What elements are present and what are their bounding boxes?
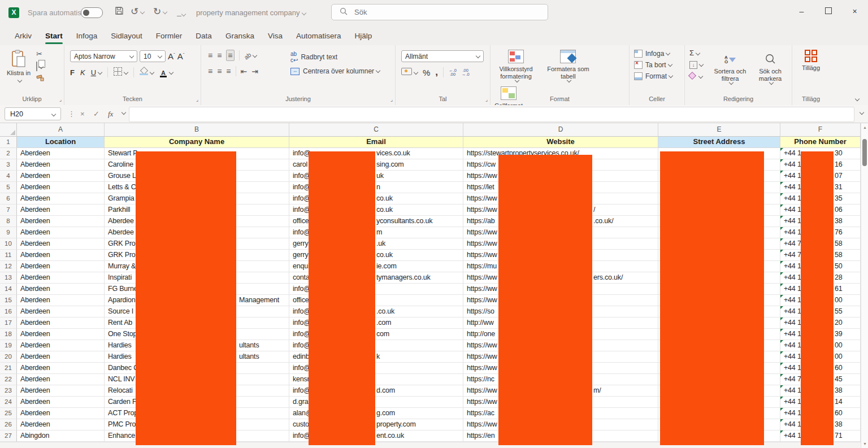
column-header-c[interactable]: C [289, 123, 463, 137]
clipboard-dialog-launcher[interactable]: ⌟ [59, 97, 62, 102]
row-number[interactable]: 8 [0, 216, 17, 227]
number-dialog-launcher[interactable]: ⌟ [485, 97, 488, 102]
row-number[interactable]: 11 [0, 250, 17, 261]
row-number[interactable]: 2 [0, 148, 17, 159]
cell-location[interactable]: Aberdeen [17, 340, 105, 351]
tab-visa[interactable]: Visa [261, 27, 289, 45]
column-header-e[interactable]: E [658, 123, 780, 137]
cell-location[interactable]: Aberdeen [17, 227, 105, 238]
align-top-icon[interactable]: ≡ [208, 50, 212, 60]
header-cell-street[interactable]: Street Address [658, 137, 780, 148]
cell-location[interactable]: Aberdeen [17, 216, 105, 227]
find-select-button[interactable]: Sök och markera [752, 49, 789, 84]
row-number[interactable]: 9 [0, 227, 17, 238]
format-painter-icon[interactable] [36, 75, 44, 84]
row-number[interactable]: 7 [0, 205, 17, 216]
row-number[interactable]: 21 [0, 363, 17, 374]
column-header-d[interactable]: D [463, 123, 658, 137]
row-number[interactable]: 20 [0, 351, 17, 363]
excel-logo-icon[interactable]: X [8, 7, 19, 18]
align-left-icon[interactable]: ≡ [208, 66, 212, 76]
increase-indent-icon[interactable]: ⇥ [251, 66, 258, 76]
row-number[interactable]: 4 [0, 171, 17, 182]
cell-location[interactable]: Aberdeen [17, 408, 105, 419]
column-header-f[interactable]: F [780, 123, 861, 137]
row-number[interactable]: 12 [0, 261, 17, 272]
font-size-select[interactable]: 10 [140, 50, 166, 62]
fill-button[interactable]: ↓ [689, 60, 703, 69]
autosave-toggle[interactable] [81, 7, 103, 18]
cell-location[interactable]: Aberdeen [17, 317, 105, 329]
borders-button[interactable] [114, 67, 128, 78]
format-as-table-button[interactable]: Formatera som tabell [544, 45, 592, 82]
select-all-corner[interactable] [0, 123, 17, 137]
alignment-dialog-launcher[interactable]: ⌟ [390, 97, 393, 102]
close-button[interactable]: × [841, 0, 868, 23]
cell-location[interactable]: Aberdeen [17, 363, 105, 374]
conditional-formatting-button[interactable]: Villkorsstyrd formatering [491, 45, 541, 82]
tab-formler[interactable]: Formler [149, 27, 189, 45]
document-title[interactable]: property management company [196, 8, 306, 17]
underline-button[interactable]: U [91, 67, 102, 77]
maximize-button[interactable] [815, 0, 841, 23]
clear-button[interactable] [689, 72, 703, 80]
align-bottom-icon[interactable]: ≡ [226, 50, 234, 61]
vertical-scrollbar[interactable]: ▲ ▼ [861, 123, 868, 448]
column-header-b[interactable]: B [105, 123, 289, 137]
collapse-ribbon-icon[interactable] [855, 97, 860, 101]
wrap-text-button[interactable]: abc↩ Radbryt text [290, 51, 337, 63]
row-number[interactable]: 17 [0, 317, 17, 329]
undo-icon[interactable]: ↺ [131, 6, 144, 18]
comma-style-icon[interactable]: , [435, 69, 438, 75]
name-box-splitter[interactable]: ⋮ [68, 107, 75, 120]
column-header-a[interactable]: A [17, 123, 105, 137]
font-name-select[interactable]: Aptos Narrow [70, 50, 137, 62]
cell-location[interactable]: Aberdeen [17, 295, 105, 306]
row-number[interactable]: 16 [0, 306, 17, 317]
cell-location[interactable]: Aberdeen [17, 272, 105, 284]
sort-filter-button[interactable]: AÖ Sortera och filtrera [710, 49, 750, 84]
row-number[interactable]: 22 [0, 374, 17, 385]
header-cell-phone[interactable]: Phone Number [780, 137, 861, 148]
name-box[interactable]: H20 [5, 107, 61, 120]
row-number[interactable]: 18 [0, 329, 17, 340]
search-box[interactable] [331, 4, 548, 20]
customize-quick-access-icon[interactable] [177, 8, 185, 20]
cell-location[interactable]: Aberdeen [17, 284, 105, 295]
cut-icon[interactable]: ✂ [36, 50, 44, 58]
tab-data[interactable]: Data [189, 27, 219, 45]
fill-color-button[interactable] [140, 67, 154, 77]
minimize-button[interactable]: – [788, 0, 815, 23]
cell-location[interactable]: Aberdeen [17, 148, 105, 159]
row-number[interactable]: 19 [0, 340, 17, 351]
tab-sidlayout[interactable]: Sidlayout [104, 27, 149, 45]
tab-arkiv[interactable]: Arkiv [8, 27, 38, 45]
tab-start[interactable]: Start [38, 27, 70, 45]
cell-location[interactable]: Aberdeen [17, 385, 105, 397]
align-right-icon[interactable]: ≡ [226, 66, 231, 76]
percent-style-icon[interactable]: % [423, 68, 430, 77]
merge-center-button[interactable]: ↔ Centrera över kolumner [290, 67, 380, 75]
row-number[interactable]: 27 [0, 430, 17, 442]
row-number[interactable]: 1 [0, 137, 17, 148]
decrease-font-icon[interactable]: Aˇ [177, 51, 185, 61]
redo-icon[interactable]: ↻ [153, 6, 167, 18]
cell-location[interactable]: Aberdeen [17, 205, 105, 216]
header-cell-email[interactable]: Email [289, 137, 463, 148]
expand-formula-bar-icon[interactable] [858, 106, 863, 119]
tab-hjalp[interactable]: Hjälp [348, 27, 379, 45]
cell-location[interactable]: Aberdeen [17, 250, 105, 261]
cell-location[interactable]: Aberdeen [17, 238, 105, 250]
orientation-button[interactable]: ab [244, 50, 257, 60]
insert-cells-button[interactable]: Infoga [634, 50, 672, 58]
row-number[interactable]: 14 [0, 284, 17, 295]
decrease-indent-icon[interactable]: ⇤ [241, 66, 248, 76]
cell-location[interactable]: Aberdeen [17, 329, 105, 340]
insert-function-icon[interactable]: fx [108, 107, 113, 120]
cancel-icon[interactable]: × [80, 107, 85, 120]
tab-automatisera[interactable]: Automatisera [289, 27, 348, 45]
row-number[interactable]: 13 [0, 272, 17, 284]
cell-location[interactable]: Abingdon [17, 430, 105, 442]
fx-chevron-icon[interactable] [120, 106, 125, 119]
number-format-select[interactable]: Allmänt [401, 50, 484, 62]
